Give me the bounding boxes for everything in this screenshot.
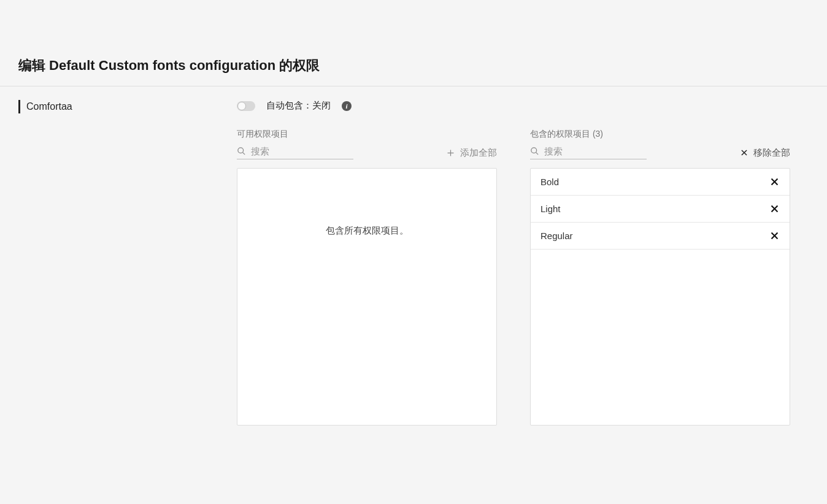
included-panel: Bold Light Regular	[530, 168, 790, 426]
included-search-wrap	[530, 146, 647, 159]
svg-line-5	[536, 152, 538, 155]
available-header: 可用权限项目	[237, 129, 497, 140]
search-icon	[530, 147, 539, 156]
remove-item-button[interactable]	[769, 231, 780, 241]
auto-include-row: 自动包含：关闭 i	[237, 100, 790, 112]
available-search-input[interactable]	[251, 146, 353, 156]
included-controls: 移除全部	[530, 146, 790, 159]
auto-include-label: 自动包含：关闭	[266, 100, 331, 112]
add-all-button[interactable]: 添加全部	[446, 147, 497, 159]
toggle-knob	[237, 102, 246, 110]
available-controls: 添加全部	[237, 146, 497, 159]
svg-point-4	[531, 148, 537, 153]
info-icon[interactable]: i	[342, 101, 352, 111]
sidebar-item-label: Comfortaa	[26, 101, 72, 112]
remove-all-label: 移除全部	[753, 147, 790, 159]
plus-icon	[446, 148, 455, 158]
list-item[interactable]: Light	[531, 196, 790, 223]
svg-line-1	[242, 152, 245, 155]
included-column: 包含的权限项目 (3) 移除全部 Bold	[530, 129, 790, 426]
close-icon	[769, 204, 780, 214]
page-title: 编辑 Default Custom fonts configuration 的权…	[0, 43, 827, 86]
list-item-label: Light	[540, 204, 561, 214]
svg-point-0	[238, 148, 244, 153]
available-column: 可用权限项目 添加全部 包含所有权限项目。	[237, 129, 497, 426]
available-panel: 包含所有权限项目。	[237, 168, 497, 426]
available-search-wrap	[237, 146, 353, 159]
page-container: 编辑 Default Custom fonts configuration 的权…	[0, 43, 827, 426]
list-item-label: Bold	[540, 177, 559, 187]
included-header: 包含的权限项目 (3)	[530, 129, 790, 140]
list-item-label: Regular	[540, 231, 573, 241]
top-spacer	[0, 0, 827, 43]
remove-all-button[interactable]: 移除全部	[740, 147, 790, 159]
list-item[interactable]: Regular	[531, 223, 790, 250]
dual-list-columns: 可用权限项目 添加全部 包含所有权限项目。	[237, 129, 790, 426]
included-search-input[interactable]	[544, 146, 647, 156]
add-all-label: 添加全部	[460, 147, 497, 159]
sidebar-item-comfortaa[interactable]: Comfortaa	[18, 100, 79, 113]
main-panel: 自动包含：关闭 i 可用权限项目 添加全部	[221, 100, 827, 426]
close-icon	[740, 148, 748, 157]
remove-item-button[interactable]	[769, 204, 780, 214]
close-icon	[769, 231, 780, 241]
search-icon	[237, 147, 246, 156]
available-empty-message: 包含所有权限项目。	[326, 225, 409, 237]
content-area: Comfortaa 自动包含：关闭 i 可用权限项目	[0, 86, 827, 426]
auto-include-toggle[interactable]	[237, 101, 255, 111]
sidebar: Comfortaa	[0, 100, 221, 426]
remove-item-button[interactable]	[769, 177, 780, 187]
list-item[interactable]: Bold	[531, 169, 790, 196]
close-icon	[769, 177, 780, 187]
